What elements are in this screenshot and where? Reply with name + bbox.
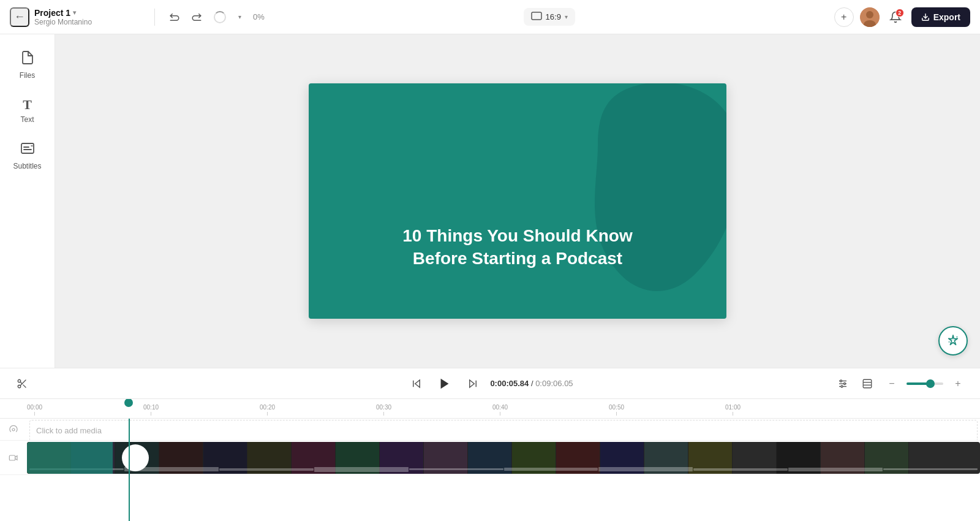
video-track-row (0, 441, 980, 475)
subtitles-icon (20, 141, 35, 159)
add-media-placeholder[interactable]: Click to add media (29, 420, 978, 440)
files-label: Files (20, 71, 35, 80)
main-area: Files T Text Subtitles 10 Things You Sho… (0, 34, 980, 368)
svg-line-14 (20, 382, 22, 384)
video-track-content[interactable] (27, 442, 980, 474)
timeline-settings-button[interactable] (833, 374, 853, 394)
export-label: Export (933, 12, 960, 22)
notification-badge: 2 (895, 9, 904, 17)
add-user-button[interactable]: + (834, 7, 854, 27)
transport-center: 0:00:05.84 / 0:09:06.05 (407, 373, 573, 395)
loading-indicator: ▾ 0% (214, 7, 265, 27)
volume-track (907, 382, 943, 385)
loading-dropdown[interactable]: ▾ (230, 7, 249, 27)
aspect-ratio-icon (531, 12, 542, 22)
avatar (860, 7, 880, 27)
scissors-button[interactable] (12, 374, 32, 394)
timecode: 0:00:05.84 / 0:09:06.05 (490, 379, 573, 388)
add-media-label: Click to add media (36, 426, 102, 435)
svg-point-25 (841, 386, 843, 387)
redo-button[interactable] (187, 7, 206, 27)
magic-button[interactable] (938, 326, 968, 356)
svg-rect-26 (863, 379, 872, 388)
export-button[interactable]: Export (911, 7, 970, 27)
track-avatar (122, 444, 149, 471)
bottom-panel: 0:00:05.84 / 0:09:06.05 − + (0, 368, 980, 521)
svg-point-2 (866, 11, 873, 18)
timeline-layout-button[interactable] (858, 374, 877, 394)
sidebar-item-subtitles[interactable]: Subtitles (5, 135, 50, 177)
film-strip (27, 442, 980, 474)
teal-clip (27, 442, 113, 474)
svg-rect-0 (532, 12, 541, 20)
transport-right: − + (833, 374, 968, 394)
svg-marker-15 (415, 380, 420, 387)
svg-point-24 (844, 382, 846, 384)
header: ← Project 1 ▾ Sergio Montanino ▾ 0% 16:9… (0, 0, 980, 34)
audio-track-row: Click to add media (0, 419, 980, 441)
canvas-title: 10 Things You Should Know Before Startin… (309, 225, 726, 270)
svg-rect-5 (21, 143, 34, 153)
svg-point-23 (840, 380, 842, 382)
project-info: Project 1 ▾ Sergio Montanino (34, 8, 92, 26)
left-sidebar: Files T Text Subtitles (0, 34, 55, 368)
fast-forward-button[interactable] (463, 374, 483, 394)
svg-marker-17 (441, 378, 449, 389)
svg-line-13 (23, 384, 26, 387)
avatar-wrap[interactable] (860, 7, 880, 27)
ruler-mark-2: 00:20 (260, 404, 275, 416)
play-button[interactable] (434, 373, 456, 395)
audio-track-content: Click to add media (27, 419, 980, 440)
video-track-icon (0, 453, 27, 463)
audio-track-icon (0, 425, 27, 435)
undo-button[interactable] (165, 7, 184, 27)
aspect-ratio-dropdown: ▾ (565, 13, 568, 20)
svg-point-9 (949, 341, 950, 343)
canvas-blob (549, 83, 726, 304)
project-name-text: Project 1 (34, 8, 70, 18)
ruler-mark-5: 00:50 (609, 404, 624, 416)
notification-button[interactable]: 2 (886, 7, 905, 27)
timeline-area: 00:00 00:10 00:20 00:30 00:40 (0, 399, 980, 521)
canvas-title-line2: Before Starting a Podcast (333, 248, 702, 270)
ruler-mark-1: 00:10 (143, 404, 159, 416)
volume-thumb[interactable] (926, 379, 935, 388)
header-right: + 2 Export (834, 7, 970, 27)
undo-redo-controls (165, 7, 206, 27)
aspect-ratio-button[interactable]: 16:9 ▾ (524, 8, 575, 26)
svg-rect-30 (9, 455, 15, 460)
spinner (214, 11, 226, 23)
files-icon (20, 50, 35, 69)
transport-bar: 0:00:05.84 / 0:09:06.05 − + (0, 368, 980, 399)
project-name[interactable]: Project 1 ▾ (34, 8, 92, 18)
canvas-title-line1: 10 Things You Should Know (333, 225, 702, 247)
ruler-marks: 00:00 00:10 00:20 00:30 00:40 (27, 399, 980, 416)
aspect-ratio-label: 16:9 (546, 12, 561, 21)
zoom-in-button[interactable]: + (948, 374, 968, 394)
header-divider (154, 9, 155, 26)
transport-left (12, 374, 32, 394)
ruler-mark-0: 00:00 (27, 404, 42, 416)
volume-slider[interactable] (907, 382, 943, 385)
zoom-out-button[interactable]: − (882, 374, 902, 394)
ruler-mark-3: 00:30 (376, 404, 391, 416)
ruler-mark-4: 00:40 (492, 404, 508, 416)
sidebar-item-files[interactable]: Files (5, 44, 50, 86)
timecode-current: 0:00:05.84 (490, 379, 529, 388)
playhead-head (124, 399, 133, 407)
timecode-total: 0:09:06.05 (535, 379, 573, 388)
tracks-container: Click to add media (0, 419, 980, 521)
canvas-area: 10 Things You Should Know Before Startin… (55, 34, 980, 368)
magic-icon (946, 334, 960, 348)
project-dropdown-arrow: ▾ (73, 9, 76, 16)
svg-point-8 (957, 337, 958, 338)
rewind-button[interactable] (407, 374, 426, 394)
text-icon: T (23, 97, 32, 113)
video-canvas: 10 Things You Should Know Before Startin… (309, 83, 726, 319)
subtitles-label: Subtitles (13, 162, 41, 170)
sidebar-item-text[interactable]: T Text (5, 91, 50, 130)
back-button[interactable]: ← (10, 7, 29, 27)
loading-percent: 0% (253, 12, 265, 21)
header-center: 16:9 ▾ (272, 8, 827, 26)
timeline-ruler: 00:00 00:10 00:20 00:30 00:40 (0, 399, 980, 419)
